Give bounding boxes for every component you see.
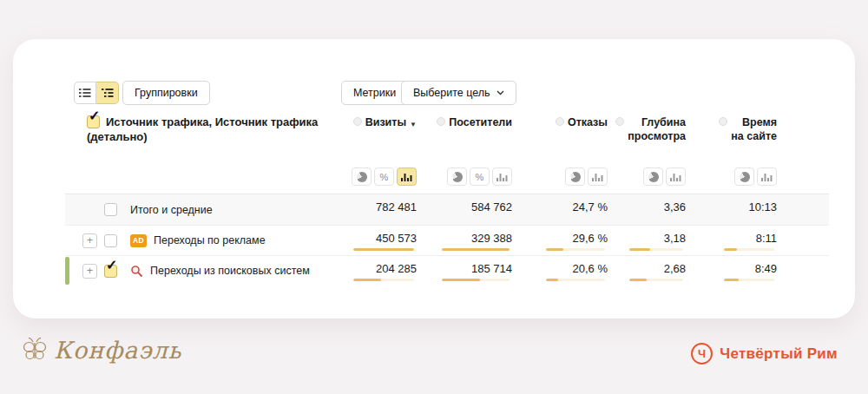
- expand-row-button[interactable]: +: [82, 264, 97, 279]
- cell-bounces: 20,6 %: [512, 256, 608, 286]
- cell-value: 20,6 %: [573, 262, 608, 275]
- column-label: Отказы: [568, 115, 608, 129]
- cell-value: 8:11: [756, 232, 777, 245]
- cell-visits: 204 285: [347, 256, 417, 286]
- cell-visits: 782 481: [347, 194, 417, 225]
- tree-view-button[interactable]: [96, 82, 119, 104]
- value-bar: [724, 248, 774, 251]
- dimension-header-label: Источник трафика, Источник трафика (дета…: [87, 115, 318, 143]
- metric-help-icon: [615, 117, 624, 126]
- pie-chart-icon-button[interactable]: [734, 167, 754, 186]
- row-label: Переходы по рекламе: [154, 234, 266, 246]
- select-goal-button[interactable]: Выберите цель: [401, 81, 516, 105]
- display-mode-row: % %: [65, 167, 829, 194]
- column-header-bounces[interactable]: Отказы: [512, 112, 608, 144]
- pie-chart-icon-button[interactable]: [352, 167, 372, 186]
- value-bar: [353, 248, 414, 251]
- cell-value: 3,18: [664, 232, 686, 245]
- percent-icon-button[interactable]: %: [470, 167, 490, 186]
- pie-icon: [570, 172, 581, 182]
- bar-chart-icon: [670, 172, 681, 181]
- list-view-button[interactable]: [74, 82, 96, 104]
- report-card: Группировки Метрики Выберите цель ✓ Исто…: [13, 39, 855, 318]
- metric-help-icon: [556, 117, 564, 126]
- value-bar: [546, 248, 605, 251]
- time-display-modes: [686, 167, 777, 194]
- row-label: Переходы из поисковых систем: [150, 265, 310, 277]
- column-label: Визиты: [365, 115, 406, 129]
- value-bar: [353, 279, 414, 281]
- list-icon: [79, 88, 91, 98]
- metrics-button[interactable]: Метрики: [341, 81, 408, 105]
- konfael-logo: Конфаэль: [21, 335, 181, 364]
- dimension-header-cell[interactable]: ✓ Источник трафика, Источник трафика (де…: [65, 112, 347, 144]
- cell-visits: 450 573: [347, 226, 417, 255]
- pie-icon: [740, 172, 750, 182]
- fourth-rome-icon: Ч: [691, 343, 713, 364]
- value-bar: [629, 248, 683, 251]
- pie-icon: [452, 172, 463, 182]
- table-body: Итого и средние 782 481 584 762 24,7 % 3…: [65, 194, 829, 286]
- select-goal-label: Выберите цель: [413, 87, 490, 99]
- expand-row-button[interactable]: +: [82, 233, 97, 248]
- row-checkbox[interactable]: ✓: [104, 265, 117, 278]
- percent-icon: %: [380, 172, 389, 182]
- view-toggle-group: [74, 82, 119, 104]
- column-header-time[interactable]: Время на сайте: [686, 112, 777, 144]
- cell-value: 782 481: [376, 200, 417, 213]
- column-label: Глубина просмотра: [628, 115, 686, 143]
- visitors-display-modes: %: [417, 167, 512, 194]
- table-row-totals: Итого и средние 782 481 584 762 24,7 % 3…: [65, 194, 829, 225]
- value-bar: [546, 279, 605, 281]
- table-header-row: ✓ Источник трафика, Источник трафика (де…: [65, 112, 829, 144]
- column-header-depth[interactable]: Глубина просмотра: [608, 112, 686, 144]
- cell-bounces: 24,7 %: [512, 194, 608, 225]
- cell-visitors: 584 762: [417, 194, 512, 225]
- selected-row-indicator: [65, 257, 69, 285]
- bar-chart-icon-button[interactable]: [757, 167, 777, 186]
- cell-time: 10:13: [686, 194, 777, 225]
- bar-chart-icon: [761, 172, 773, 181]
- search-traffic-icon: [130, 265, 143, 278]
- checkmark-icon: ✓: [89, 109, 100, 123]
- metric-help-icon: [719, 117, 727, 126]
- fourth-rome-wordmark: Четвёртый Рим: [720, 345, 838, 363]
- pie-chart-icon-button[interactable]: [565, 167, 585, 186]
- percent-icon-button[interactable]: %: [374, 167, 394, 186]
- cell-time: 8:49: [686, 256, 777, 286]
- row-checkbox[interactable]: [104, 203, 117, 216]
- row-label-cell[interactable]: Итого и средние: [65, 194, 347, 225]
- row-checkbox[interactable]: [104, 234, 117, 247]
- column-header-visitors[interactable]: Посетители: [417, 112, 512, 144]
- pie-chart-icon-button[interactable]: [643, 167, 663, 186]
- cell-depth: 2,68: [608, 256, 686, 286]
- bar-chart-icon-button[interactable]: [492, 167, 512, 186]
- cell-depth: 3,18: [608, 226, 686, 255]
- bar-chart-icon: [401, 172, 412, 181]
- visits-display-modes: %: [347, 167, 417, 194]
- cell-value: 450 573: [376, 232, 417, 245]
- cell-value: 3,36: [664, 200, 686, 213]
- cell-value: 10:13: [748, 200, 777, 213]
- value-bar: [442, 248, 510, 251]
- pie-chart-icon-button[interactable]: [447, 167, 467, 186]
- ad-traffic-icon: AD: [130, 234, 147, 247]
- dimension-checkbox[interactable]: ✓: [87, 115, 100, 128]
- column-header-visits[interactable]: Визиты ▼: [347, 112, 417, 144]
- cell-depth: 3,36: [608, 194, 686, 225]
- row-label-cell[interactable]: + AD Переходы по рекламе: [65, 226, 347, 255]
- groupings-button[interactable]: Группировки: [122, 81, 210, 105]
- bar-chart-icon: [496, 172, 508, 181]
- row-label-cell[interactable]: + ✓ Переходы из поисковых систем: [65, 256, 347, 286]
- bar-chart-icon-button[interactable]: [666, 167, 686, 186]
- cell-value: 584 762: [471, 200, 512, 213]
- bar-chart-icon-button[interactable]: [588, 167, 608, 186]
- checkmark-icon: ✓: [106, 259, 117, 273]
- bounces-display-modes: [512, 167, 608, 194]
- sort-desc-icon: ▼: [410, 118, 417, 132]
- value-bar: [442, 279, 510, 281]
- pie-icon: [648, 172, 659, 182]
- butterfly-icon: [21, 335, 49, 364]
- column-label: Посетители: [449, 115, 512, 129]
- bar-chart-icon-button[interactable]: [397, 167, 417, 186]
